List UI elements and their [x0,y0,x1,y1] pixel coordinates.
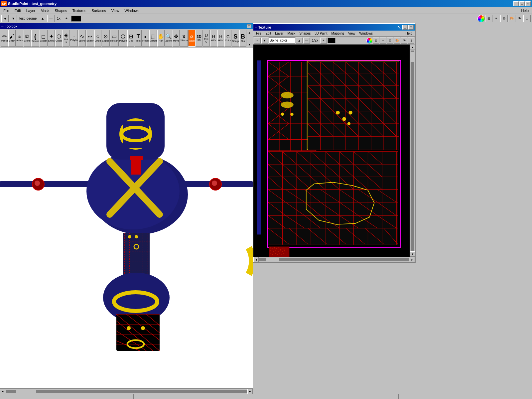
tool-xform[interactable]: X XForm [180,30,188,47]
tex-menu-file[interactable]: File [254,31,263,36]
tool-hsv1[interactable]: H HSV [210,30,217,47]
tex-zoom-plus[interactable]: + [320,38,327,44]
tex-menu-view[interactable]: View [346,31,357,36]
close-button[interactable]: × [525,1,531,6]
menu-file[interactable]: File [1,7,12,14]
toolbox-close-button[interactable]: □ [247,24,251,28]
texture-h-scrollbar: ◄ ► [253,257,415,262]
menu-edit[interactable]: Edit [12,7,24,14]
toolbar-nav-btn[interactable]: ▼ [10,15,17,22]
toolbox-scroll-down[interactable]: ▼ [247,42,252,47]
tex-info-icon[interactable]: ℹ [408,38,414,44]
tex-scroll-down-btn[interactable]: ▼ [410,251,415,257]
palette-icon[interactable]: 🎨 [508,15,515,22]
menu-layer[interactable]: Layer [24,7,38,14]
texture-layer-input[interactable] [269,38,295,44]
tex-layer-up[interactable]: ▲ [296,38,303,44]
tool-spline[interactable]: ∿ Spline [78,30,86,47]
tool-effect[interactable]: ✦ Effect [48,30,55,47]
left-panel: ═ Toolbox □ ✏ Pencil 🖌 Brush [0,23,253,394]
tool-flood[interactable]: ⬧ Flood [142,30,149,47]
tex-scroll-right-btn[interactable]: ► [410,257,415,262]
tool-custom[interactable]: ⬡ Custo [55,30,63,47]
minimize-button[interactable]: _ [513,1,519,6]
tex-tool-btn1[interactable]: ≡ [254,38,261,44]
tool-eraser[interactable]: ◻ Eraser [40,30,48,47]
tex-layers-icon[interactable]: ⊟ [373,38,379,44]
tool-pencil[interactable]: ✏ Pencil [1,30,8,47]
toolbar-arrow-btn[interactable]: ◄ [1,15,9,22]
tool-text[interactable]: T Text [135,30,142,47]
work-area: ═ Toolbox □ ✏ Pencil 🖌 Brush [0,23,532,394]
tex-menu-3dpaint[interactable]: 3D Paint [313,31,329,36]
tool-smear[interactable]: { Smear [31,30,39,47]
channels-icon[interactable]: ≡ [493,15,500,22]
texture-maximize-btn[interactable]: □ [408,25,414,30]
svg-point-74 [281,113,284,116]
tool-marqu[interactable]: ⬚ Marqu [149,30,157,47]
tex-channels-icon[interactable]: ≡ [380,38,386,44]
tool-polygon[interactable]: ⬠ Polygo [119,30,127,47]
menu-surfaces[interactable]: Surfaces [89,7,108,14]
menu-help[interactable]: Help [518,7,531,14]
scroll-left-btn[interactable]: ◄ [0,389,5,394]
tool-grid[interactable]: ⊞ Grid [127,30,134,47]
toolbar-plus-btn[interactable]: + [63,15,70,22]
tool-blur[interactable]: B Blur [239,30,246,47]
menu-windows[interactable]: Windows [122,7,142,14]
tool-color[interactable]: C Color [224,30,231,47]
tool-circle[interactable]: ○ Circle [94,30,101,47]
tex-menu-help[interactable]: Help [403,31,414,36]
view-icon[interactable]: 👁 [516,15,523,22]
tool-clone[interactable]: ⧉ Clone [24,30,31,47]
toolbox-title: Toolbox [5,24,247,28]
toolbar-minus-btn[interactable]: — [47,15,55,22]
tex-zoom-minus[interactable]: — [303,38,310,44]
tex-menu-shapes[interactable]: Shapes [297,31,313,36]
tex-palette-icon[interactable]: 🎨 [394,38,400,44]
settings-icon[interactable]: ⚙ [500,15,508,22]
scroll-right-btn[interactable]: ► [247,389,253,394]
color-wheel-icon[interactable] [477,15,485,22]
layers-icon[interactable]: ⊟ [485,15,492,22]
maximize-button[interactable]: □ [519,1,525,6]
tool-airbrush[interactable]: ≋ Airbru [16,30,23,47]
menu-mask[interactable]: Mask [38,7,52,14]
tex-color-wheel[interactable] [366,38,372,44]
tool-rect[interactable]: ▭ Rectan [110,30,119,47]
info-icon[interactable]: ℹ [523,15,531,22]
tool-editu[interactable]: U Edit U [203,30,210,47]
tool-ellipse[interactable]: ⊙ Ellipse [102,30,110,47]
toolbox-scroll-up[interactable]: ▲ [247,30,252,35]
tool-pan[interactable]: ✋ Pan [157,30,165,47]
tex-menu-mask[interactable]: Mask [285,31,297,36]
tool-move[interactable]: ✥ Move [173,30,180,47]
main-h-scrollbar: ◄ ► [0,388,253,394]
tool-polylin[interactable]: ⬝ Polylin [70,30,78,47]
tool-warp[interactable]: ⌀ Warp [188,30,195,47]
tool-sharp[interactable]: S Sharp [232,30,239,47]
tex-view-icon[interactable]: 👁 [401,38,407,44]
tex-scroll-up-btn[interactable]: ▲ [410,45,415,50]
menu-shapes[interactable]: Shapes [52,7,70,14]
menu-textures[interactable]: Textures [70,7,89,14]
tool-bezier[interactable]: ∾ Bezier [86,30,94,47]
tex-tool-btn2[interactable]: ▼ [261,38,268,44]
tool-brush[interactable]: 🖌 Brush [8,30,16,47]
tex-settings-icon[interactable]: ⚙ [387,38,393,44]
tex-menu-windows[interactable]: Windows [357,31,375,36]
tex-menu-edit[interactable]: Edit [263,31,273,36]
toolbar-color-swatch[interactable] [71,16,81,22]
toolbar-up-btn[interactable]: ▲ [39,15,46,22]
texture-minimize-btn[interactable]: _ [402,25,408,30]
menu-view[interactable]: View [109,7,122,14]
tool-zoom[interactable]: 🔍 Zoom [165,30,172,47]
tool-3d[interactable]: 3D 3D [196,30,202,47]
tool-hsv2[interactable]: H HSV [217,30,224,47]
texture-color-swatch[interactable] [328,38,335,43]
texture-v-scrollbar: ▲ ▼ [410,45,415,257]
tex-scroll-left-btn[interactable]: ◄ [253,257,259,262]
tex-menu-mapping[interactable]: Mapping [330,31,346,36]
tool-picks[interactable]: ◈ Pick S [63,30,69,47]
tex-menu-layer[interactable]: Layer [273,31,285,36]
